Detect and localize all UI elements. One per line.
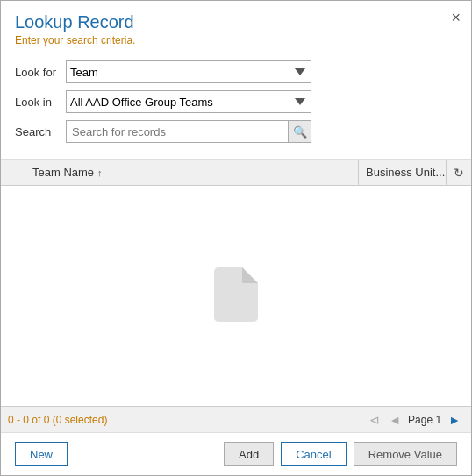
lookin-row: Look in All AAD Office Group TeamsMy AAD… — [15, 90, 457, 113]
lookfor-control-wrap: Team — [66, 60, 311, 83]
lookup-record-dialog: Lookup Record Enter your search criteria… — [0, 0, 472, 476]
dialog-title: Lookup Record — [15, 11, 457, 32]
cancel-button[interactable]: Cancel — [281, 442, 346, 466]
lookin-control-wrap: All AAD Office Group TeamsMy AAD Office … — [66, 90, 311, 113]
add-button[interactable]: Add — [224, 442, 274, 466]
remove-value-button[interactable]: Remove Value — [354, 442, 457, 466]
lookfor-row: Look for Team — [15, 60, 457, 83]
lookin-select[interactable]: All AAD Office Group TeamsMy AAD Office … — [66, 90, 311, 113]
new-button[interactable]: New — [15, 442, 68, 466]
refresh-button[interactable]: ↻ — [447, 160, 471, 185]
next-page-button[interactable]: ► — [445, 412, 464, 428]
search-button[interactable]: 🔍 — [288, 121, 311, 142]
first-page-button[interactable]: ⊲ — [366, 412, 383, 428]
footer-right: Add Cancel Remove Value — [224, 442, 457, 466]
col-check — [1, 160, 25, 185]
table-body — [1, 186, 471, 406]
search-input[interactable] — [67, 121, 288, 142]
col-businessunit-header[interactable]: Business Unit... — [359, 160, 447, 185]
refresh-icon: ↻ — [454, 166, 464, 180]
close-button[interactable]: × — [451, 10, 461, 25]
pagination: ⊲ ◄ Page 1 ► — [366, 412, 464, 428]
footer-left: New — [15, 442, 68, 466]
col-businessunit-label: Business Unit... — [366, 166, 445, 179]
dialog-subtitle: Enter your search criteria. — [15, 34, 457, 46]
table-header: Team Name ↑ Business Unit... ↻ — [1, 160, 471, 186]
col-teamname-header[interactable]: Team Name ↑ — [25, 160, 359, 185]
lookin-label: Look in — [15, 96, 66, 109]
prev-page-button[interactable]: ◄ — [385, 412, 404, 428]
form-section: Look for Team Look in All AAD Office Gro… — [1, 52, 471, 159]
search-row: Search 🔍 — [15, 120, 457, 143]
empty-state — [1, 186, 471, 406]
search-label: Search — [15, 125, 66, 139]
empty-document-icon — [214, 267, 258, 324]
record-count: 0 - 0 of 0 (0 selected) — [8, 414, 107, 426]
sort-arrow-icon: ↑ — [97, 167, 103, 178]
lookfor-label: Look for — [15, 66, 66, 79]
dialog-header: Lookup Record Enter your search criteria… — [1, 1, 471, 52]
page-label: Page 1 — [408, 414, 441, 426]
search-wrap: 🔍 — [66, 120, 311, 143]
col-teamname-label: Team Name — [32, 166, 94, 179]
table-section: Team Name ↑ Business Unit... ↻ 0 — [1, 159, 471, 432]
lookfor-select[interactable]: Team — [66, 60, 311, 83]
dialog-footer: New Add Cancel Remove Value — [1, 432, 471, 475]
search-icon: 🔍 — [293, 125, 307, 139]
table-footer: 0 - 0 of 0 (0 selected) ⊲ ◄ Page 1 ► — [1, 406, 471, 432]
